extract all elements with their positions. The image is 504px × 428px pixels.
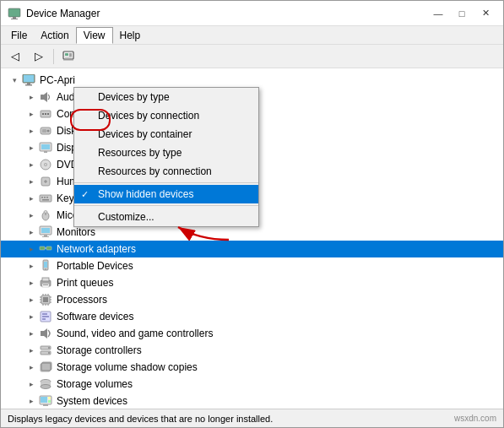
- expand-print[interactable]: ▸: [24, 276, 38, 290]
- expand-display[interactable]: ▸: [24, 141, 38, 154]
- svg-rect-19: [42, 129, 46, 133]
- svg-rect-4: [65, 53, 68, 56]
- disk-icon: [38, 124, 53, 138]
- svg-rect-0: [8, 8, 20, 17]
- svg-rect-23: [44, 151, 47, 153]
- label-storage: Storage controllers: [57, 344, 142, 356]
- svg-rect-40: [44, 235, 47, 236]
- expand-volumes[interactable]: ▸: [24, 377, 38, 391]
- menu-devices-by-container[interactable]: Devices by container: [74, 125, 258, 144]
- root-label: PC-Apri: [40, 74, 75, 86]
- expand-system[interactable]: ▸: [24, 394, 38, 408]
- label-software: Software devices: [57, 311, 133, 322]
- label-monitor: Monitors: [57, 226, 95, 238]
- svg-rect-43: [46, 247, 51, 250]
- expand-processor[interactable]: ▸: [24, 293, 38, 306]
- sep1: [74, 182, 258, 183]
- tree-item-volumes[interactable]: ▸ Storage volumes: [1, 376, 503, 393]
- expand-disk[interactable]: ▸: [24, 124, 38, 138]
- svg-rect-39: [41, 228, 50, 233]
- expand-sound[interactable]: ▸: [24, 327, 38, 340]
- tree-item-shadow[interactable]: ▸ Storage volume shadow copies: [1, 359, 503, 376]
- svg-rect-32: [44, 197, 46, 198]
- svg-point-15: [42, 113, 44, 115]
- menu-file[interactable]: File: [4, 27, 34, 44]
- toolbar-separator: [53, 49, 54, 64]
- software-icon: [38, 310, 53, 323]
- maximize-button[interactable]: □: [451, 5, 473, 22]
- svg-point-37: [44, 211, 47, 214]
- tree-item-print[interactable]: ▸ Print queues: [1, 274, 503, 291]
- toolbar: ◁ ▷: [1, 45, 503, 68]
- label-sound: Sound, video and game controllers: [57, 328, 213, 339]
- menu-resources-by-type[interactable]: Resources by type: [74, 144, 258, 162]
- expand-audio[interactable]: ▸: [24, 90, 38, 104]
- expand-keyboard[interactable]: ▸: [24, 192, 38, 205]
- expand-software[interactable]: ▸: [24, 310, 38, 323]
- svg-rect-84: [48, 397, 51, 399]
- expand-icon[interactable]: ▾: [8, 73, 21, 87]
- expand-network[interactable]: ▸: [24, 242, 38, 256]
- expand-mouse[interactable]: ▸: [24, 209, 38, 222]
- svg-rect-46: [44, 262, 47, 268]
- device-manager-window: Device Manager — □ ✕ File Action View He…: [0, 0, 504, 428]
- svg-point-47: [45, 268, 46, 270]
- svg-rect-70: [41, 331, 44, 336]
- svg-rect-34: [42, 199, 49, 201]
- svg-point-73: [48, 347, 50, 349]
- expand-monitor[interactable]: ▸: [24, 225, 38, 239]
- expand-com[interactable]: ▸: [24, 107, 38, 121]
- menu-action[interactable]: Action: [34, 27, 75, 44]
- tree-item-software[interactable]: ▸ Software devices: [1, 308, 503, 325]
- volumes-icon: [38, 377, 53, 391]
- svg-rect-12: [25, 84, 32, 86]
- network-icon: [38, 242, 53, 256]
- menu-view[interactable]: View: [76, 27, 113, 44]
- forward-button[interactable]: ▷: [28, 47, 50, 66]
- port-icon: [38, 107, 53, 121]
- view-dropdown: Devices by type Devices by connection De…: [73, 87, 259, 227]
- tree-item-portable[interactable]: ▸ Portable Devices: [1, 257, 503, 274]
- label-print: Print queues: [57, 277, 113, 289]
- expand-storage[interactable]: ▸: [24, 344, 38, 357]
- tree-item-network[interactable]: ▸ Network adapters: [1, 241, 503, 257]
- menu-help[interactable]: Help: [113, 27, 148, 44]
- expand-portable[interactable]: ▸: [24, 259, 38, 273]
- menu-customize[interactable]: Customize...: [74, 208, 258, 226]
- menu-devices-by-type[interactable]: Devices by type: [74, 88, 258, 106]
- tree-item-processor[interactable]: ▸ Processors: [1, 291, 503, 308]
- expand-shadow[interactable]: ▸: [24, 360, 38, 374]
- menu-bar: File Action View Help: [1, 26, 503, 45]
- window-icon: [8, 7, 21, 20]
- back-button[interactable]: ◁: [4, 47, 26, 66]
- svg-rect-86: [43, 404, 48, 406]
- svg-rect-53: [43, 297, 48, 302]
- svg-rect-85: [48, 400, 51, 403]
- expand-hid[interactable]: ▸: [24, 175, 38, 188]
- watermark: wsxdn.com: [454, 414, 496, 423]
- menu-show-hidden[interactable]: ✓ Show hidden devices: [74, 185, 258, 203]
- svg-rect-33: [46, 197, 48, 198]
- label-shadow: Storage volume shadow copies: [57, 361, 198, 373]
- tree-root[interactable]: ▾ PC-Apri: [1, 72, 503, 89]
- sep2: [74, 205, 258, 206]
- label-portable: Portable Devices: [57, 260, 133, 272]
- tree-item-sound[interactable]: ▸ Sound, video and game controllers: [1, 325, 503, 342]
- close-button[interactable]: ✕: [474, 5, 496, 22]
- processor-icon: [38, 293, 53, 306]
- menu-resources-by-connection[interactable]: Resources by connection: [74, 162, 258, 181]
- shadow-icon: [38, 360, 53, 374]
- print-icon: [38, 276, 53, 290]
- menu-devices-by-connection[interactable]: Devices by connection: [74, 106, 258, 125]
- storage-icon: [38, 344, 53, 357]
- svg-point-17: [47, 113, 49, 115]
- expand-dvd[interactable]: ▸: [24, 158, 38, 171]
- minimize-button[interactable]: —: [427, 5, 449, 22]
- svg-point-20: [47, 130, 50, 133]
- label-network: Network adapters: [57, 243, 136, 255]
- tree-item-system[interactable]: ▸ System devices: [1, 393, 503, 409]
- portable-icon: [38, 259, 53, 273]
- tree-item-storage[interactable]: ▸ Storage controllers: [1, 342, 503, 359]
- properties-button[interactable]: [57, 47, 79, 66]
- svg-rect-80: [41, 382, 51, 382]
